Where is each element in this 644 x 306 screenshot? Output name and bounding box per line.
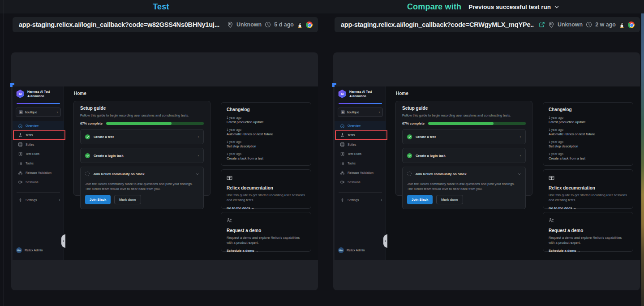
url-text: app-staging.relicx.ai/login_callback?cod… (341, 21, 534, 28)
changelog-card: Changelog 1 year ago Latest production u… (543, 102, 633, 166)
go-to-docs-link[interactable]: Go to the docs → (227, 206, 305, 210)
setup-guide-card: Setup guide Follow this guide to begin r… (395, 101, 532, 196)
sidebar-item-tests[interactable]: Tests (13, 130, 64, 140)
sidebar-divider (17, 192, 60, 193)
location-pin-icon (548, 22, 554, 28)
step-description: Join the Relicx community slack to ask q… (85, 181, 199, 191)
progress-fill (428, 122, 494, 125)
mark-done-button[interactable]: Mark done (436, 195, 463, 204)
sidebar-item-suites[interactable]: Suites (13, 140, 64, 149)
documentation-title: Relicx documentation (227, 185, 305, 190)
changelog-entry: 1 year ago Latest production update (227, 116, 305, 124)
project-initial-badge: B (341, 110, 345, 114)
check-icon (85, 134, 90, 139)
chevron-down-icon (518, 173, 521, 175)
sidebar-item-settings[interactable]: Settings › (13, 195, 64, 205)
workflow-icon (340, 171, 344, 175)
setup-step-create-test[interactable]: Create a test › (402, 129, 526, 144)
project-selector[interactable]: B boutique › (16, 108, 61, 117)
url-bar-compare: app-staging.relicx.ai/login_callback?cod… (335, 17, 640, 32)
app-sidebar: AI Harness AI Test Automation B boutique… (335, 86, 386, 260)
sidebar-item-test-runs[interactable]: Test Runs (13, 149, 64, 159)
panel-compare: Compare with Previous successful test ru… (322, 0, 644, 306)
documentation-card: Relicx documentation Use this guide to g… (543, 169, 633, 209)
check-icon (85, 153, 90, 158)
request-demo-title: Request a demo (227, 228, 305, 233)
home-icon (340, 124, 344, 128)
harness-logo-icon: AI (16, 90, 24, 98)
user-account[interactable]: RA Relicx Admin (16, 247, 43, 253)
compare-run-dropdown[interactable]: Previous successful test run (468, 4, 559, 10)
setup-step-create-login-task[interactable]: Create a login task › (402, 148, 526, 163)
grid-icon (340, 142, 344, 147)
schedule-demo-link[interactable]: Schedule a demo → (549, 249, 627, 253)
sidebar-item-tasks[interactable]: Tasks (13, 159, 64, 168)
sidebar-nav: Overview Tests Suites Test Runs Tasks (335, 121, 386, 187)
changelog-entry: 1 year ago Latest production update (549, 116, 627, 124)
chrome-icon (628, 22, 635, 28)
sidebar-item-release-validation[interactable]: Release Validation (13, 168, 64, 177)
sidebar-item-sessions[interactable]: Sessions (13, 177, 64, 187)
project-initial-badge: B (19, 110, 23, 114)
panel-test: Test app-staging.relicx.ai/login_callbac… (0, 0, 322, 306)
sidebar-item-sessions[interactable]: Sessions (335, 177, 386, 187)
sidebar-item-suites[interactable]: Suites (335, 140, 386, 149)
brand: AI Harness AI Test Automation (16, 90, 50, 98)
setup-step-create-test[interactable]: Create a test › (80, 129, 204, 144)
documentation-card: Relicx documentation Use this guide to g… (221, 169, 311, 209)
external-link-icon[interactable] (539, 22, 545, 28)
book-icon (227, 174, 305, 182)
sidebar-item-release-validation[interactable]: Release Validation (335, 168, 386, 177)
flask-icon (340, 133, 344, 137)
gear-icon (18, 198, 22, 202)
chevron-down-icon (196, 173, 199, 175)
chevron-down-icon (554, 5, 559, 9)
sidebar-item-tasks[interactable]: Tasks (335, 159, 386, 168)
join-slack-button[interactable]: Join Slack (85, 195, 111, 204)
project-name: boutique (25, 111, 55, 114)
app-main: Home Setup guide Follow this guide to be… (64, 86, 318, 260)
chrome-icon (306, 22, 313, 28)
sidebar-item-tests[interactable]: Tests (335, 130, 386, 140)
video-icon (18, 180, 22, 184)
changelog-title: Changelog (227, 107, 305, 112)
avatar: RA (338, 247, 344, 253)
page-title: Home (396, 91, 408, 96)
workflow-icon (18, 171, 22, 175)
sidebar-item-overview[interactable]: Overview (13, 121, 64, 130)
next-screenshot-edge (641, 13, 644, 306)
setup-guide-card: Setup guide Follow this guide to begin r… (73, 101, 210, 196)
screenshot-card-compare: AI Harness AI Test Automation B boutique… (333, 52, 640, 290)
app-sidebar: AI Harness AI Test Automation B boutique… (13, 86, 64, 260)
schedule-demo-link[interactable]: Schedule a demo → (227, 249, 305, 253)
user-account[interactable]: RA Relicx Admin (338, 247, 365, 253)
go-to-docs-link[interactable]: Go to the docs → (549, 206, 627, 210)
age-label: 5 d ago (274, 22, 294, 28)
check-icon (407, 134, 412, 139)
setup-guide-title: Setup guide (402, 106, 526, 111)
chevron-right-icon: › (520, 154, 521, 157)
setup-step-join-slack[interactable]: Join Relicx community on Slack Join the … (80, 167, 204, 209)
chevron-right-icon: › (59, 198, 60, 202)
url-bar-current: app-staging.relicx.ai/login_callback?cod… (13, 17, 318, 32)
people-icon (227, 217, 305, 225)
project-selector[interactable]: B boutique › (338, 108, 383, 117)
list-icon (340, 161, 344, 165)
changelog-entry: 1 year ago Set step description (227, 140, 305, 148)
age-label: 2 w ago (595, 22, 616, 28)
grid-icon (18, 142, 22, 147)
changelog-entry: 1 year ago Automatic retries on test fai… (549, 128, 627, 136)
clock-icon (265, 22, 271, 28)
join-slack-button[interactable]: Join Slack (407, 195, 433, 204)
mark-done-button[interactable]: Mark done (114, 195, 141, 204)
chevron-right-icon: › (381, 198, 382, 202)
sidebar-item-test-runs[interactable]: Test Runs (335, 149, 386, 159)
setup-step-create-login-task[interactable]: Create a login task › (80, 148, 204, 163)
sidebar-item-settings[interactable]: Settings › (335, 195, 386, 205)
changelog-entry: 1 year ago Create a task from a test (227, 152, 305, 160)
chevron-right-icon: › (520, 135, 521, 138)
request-demo-card: Request a demo Request a demo and explor… (221, 212, 311, 252)
documentation-description: Use this guide to get started recording … (227, 193, 305, 203)
setup-step-join-slack[interactable]: Join Relicx community on Slack Join the … (402, 167, 526, 209)
sidebar-item-overview[interactable]: Overview (335, 121, 386, 130)
